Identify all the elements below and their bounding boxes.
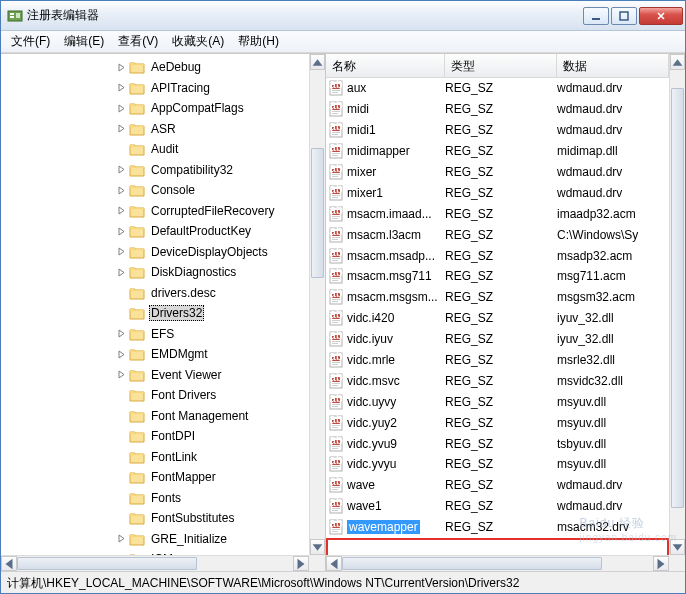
tree-item[interactable]: FontSubstitutes xyxy=(1,508,309,529)
tree-item[interactable]: AppCompatFlags xyxy=(1,98,309,119)
list-row[interactable]: abmsacm.msgsm...REG_SZmsgsm32.acm xyxy=(326,287,669,308)
expand-icon[interactable] xyxy=(115,266,127,278)
tree-item[interactable]: Event Viewer xyxy=(1,365,309,386)
expand-icon[interactable] xyxy=(115,471,127,483)
expand-icon[interactable] xyxy=(115,225,127,237)
tree-item[interactable]: FontDPI xyxy=(1,426,309,447)
expand-icon[interactable] xyxy=(115,410,127,422)
list-row[interactable]: abmixer1REG_SZwdmaud.drv xyxy=(326,182,669,203)
expand-icon[interactable] xyxy=(115,246,127,258)
list-row[interactable]: abvidc.yvu9REG_SZtsbyuv.dll xyxy=(326,433,669,454)
registry-tree[interactable]: AeDebugAPITracingAppCompatFlagsASRAuditC… xyxy=(1,54,309,555)
expand-icon[interactable] xyxy=(115,492,127,504)
titlebar[interactable]: 注册表编辑器 xyxy=(1,1,685,31)
list-row[interactable]: abvidc.msvcREG_SZmsvidc32.dll xyxy=(326,370,669,391)
values-list[interactable]: 名称 类型 数据 abauxREG_SZwdmaud.drvabmidiREG_… xyxy=(326,54,669,555)
minimize-button[interactable] xyxy=(583,7,609,25)
list-row[interactable]: abmsacm.msadp...REG_SZmsadp32.acm xyxy=(326,245,669,266)
expand-icon[interactable] xyxy=(115,533,127,545)
tree-item[interactable]: ASR xyxy=(1,119,309,140)
list-row[interactable]: abmidi1REG_SZwdmaud.drv xyxy=(326,120,669,141)
expand-icon[interactable] xyxy=(115,307,127,319)
tree-item[interactable]: Drivers32 xyxy=(1,303,309,324)
list-row[interactable]: abvidc.uyvyREG_SZmsyuv.dll xyxy=(326,391,669,412)
column-type[interactable]: 类型 xyxy=(445,54,557,77)
expand-icon[interactable] xyxy=(115,369,127,381)
tree-item[interactable]: Audit xyxy=(1,139,309,160)
tree-item[interactable]: DeviceDisplayObjects xyxy=(1,242,309,263)
scroll-down-icon[interactable] xyxy=(310,539,325,555)
list-row[interactable]: abmidiREG_SZwdmaud.drv xyxy=(326,99,669,120)
tree-scroll-horizontal[interactable] xyxy=(1,555,309,571)
maximize-button[interactable] xyxy=(611,7,637,25)
tree-item[interactable]: DefaultProductKey xyxy=(1,221,309,242)
tree-item[interactable]: DiskDiagnostics xyxy=(1,262,309,283)
list-row[interactable]: abvidc.iyuvREG_SZiyuv_32.dll xyxy=(326,329,669,350)
menu-view[interactable]: 查看(V) xyxy=(112,31,164,52)
tree-item[interactable]: Compatibility32 xyxy=(1,160,309,181)
scroll-thumb[interactable] xyxy=(342,557,602,570)
menu-edit[interactable]: 编辑(E) xyxy=(58,31,110,52)
expand-icon[interactable] xyxy=(115,389,127,401)
expand-icon[interactable] xyxy=(115,102,127,114)
list-row[interactable]: abmsacm.msg711REG_SZmsg711.acm xyxy=(326,266,669,287)
close-button[interactable] xyxy=(639,7,683,25)
tree-item[interactable]: Fonts xyxy=(1,488,309,509)
tree-item[interactable]: drivers.desc xyxy=(1,283,309,304)
scroll-right-icon[interactable] xyxy=(653,556,669,571)
expand-icon[interactable] xyxy=(115,184,127,196)
tree-item[interactable]: Console xyxy=(1,180,309,201)
list-row[interactable]: abmidimapperREG_SZmidimap.dll xyxy=(326,141,669,162)
tree-scroll-vertical[interactable] xyxy=(309,54,325,555)
expand-icon[interactable] xyxy=(115,348,127,360)
list-row[interactable]: abvidc.yvyuREG_SZmsyuv.dll xyxy=(326,454,669,475)
tree-item[interactable]: Font Management xyxy=(1,406,309,427)
column-data[interactable]: 数据 xyxy=(557,54,669,77)
scroll-left-icon[interactable] xyxy=(326,556,342,571)
list-row[interactable]: abwavemapperREG_SZmsacm32.drv xyxy=(326,517,669,538)
scroll-thumb[interactable] xyxy=(311,148,324,278)
menu-favorites[interactable]: 收藏夹(A) xyxy=(166,31,230,52)
expand-icon[interactable] xyxy=(115,143,127,155)
menu-help[interactable]: 帮助(H) xyxy=(232,31,285,52)
scroll-down-icon[interactable] xyxy=(670,539,685,555)
list-row[interactable]: abmixerREG_SZwdmaud.drv xyxy=(326,162,669,183)
scroll-thumb[interactable] xyxy=(17,557,197,570)
list-row[interactable]: abauxREG_SZwdmaud.drv xyxy=(326,78,669,99)
list-scroll-horizontal[interactable] xyxy=(326,555,669,571)
expand-icon[interactable] xyxy=(115,82,127,94)
expand-icon[interactable] xyxy=(115,328,127,340)
column-name[interactable]: 名称 xyxy=(326,54,445,77)
expand-icon[interactable] xyxy=(115,123,127,135)
tree-item[interactable]: FontMapper xyxy=(1,467,309,488)
tree-item[interactable]: FontLink xyxy=(1,447,309,468)
list-row[interactable]: abvidc.mrleREG_SZmsrle32.dll xyxy=(326,350,669,371)
tree-item[interactable]: EFS xyxy=(1,324,309,345)
tree-item[interactable]: APITracing xyxy=(1,78,309,99)
expand-icon[interactable] xyxy=(115,287,127,299)
expand-icon[interactable] xyxy=(115,451,127,463)
expand-icon[interactable] xyxy=(115,430,127,442)
list-row[interactable]: abwaveREG_SZwdmaud.drv xyxy=(326,475,669,496)
tree-item[interactable]: AeDebug xyxy=(1,57,309,78)
list-row[interactable]: abvidc.yuy2REG_SZmsyuv.dll xyxy=(326,412,669,433)
expand-icon[interactable] xyxy=(115,205,127,217)
tree-item[interactable]: Font Drivers xyxy=(1,385,309,406)
list-row[interactable]: abwave1REG_SZwdmaud.drv xyxy=(326,496,669,517)
list-row[interactable]: abmsacm.l3acmREG_SZC:\Windows\Sy xyxy=(326,224,669,245)
scroll-up-icon[interactable] xyxy=(310,54,325,70)
scroll-thumb[interactable] xyxy=(671,88,684,508)
expand-icon[interactable] xyxy=(115,512,127,524)
list-row[interactable]: abvidc.i420REG_SZiyuv_32.dll xyxy=(326,308,669,329)
expand-icon[interactable] xyxy=(115,61,127,73)
scroll-right-icon[interactable] xyxy=(293,556,309,571)
expand-icon[interactable] xyxy=(115,164,127,176)
list-scroll-vertical[interactable] xyxy=(669,54,685,555)
list-header[interactable]: 名称 类型 数据 xyxy=(326,54,669,78)
tree-item[interactable]: GRE_Initialize xyxy=(1,529,309,550)
scroll-left-icon[interactable] xyxy=(1,556,17,571)
scroll-up-icon[interactable] xyxy=(670,54,685,70)
menu-file[interactable]: 文件(F) xyxy=(5,31,56,52)
tree-item[interactable]: CorruptedFileRecovery xyxy=(1,201,309,222)
tree-item[interactable]: EMDMgmt xyxy=(1,344,309,365)
